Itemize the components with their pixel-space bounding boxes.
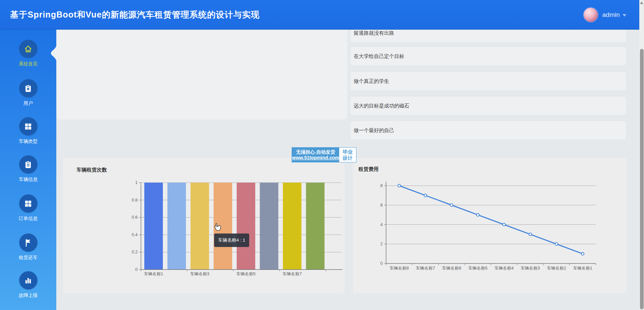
bar-chart-card: 车辆租赁次数 00.20.40.60.81车辆名称1车辆名称3车辆名称5车辆名称… <box>63 158 345 293</box>
svg-text:0: 0 <box>135 267 138 272</box>
content-panel <box>56 30 347 120</box>
watermark-link[interactable]: www.51topmind.com <box>292 155 339 161</box>
scrollbar-thumb[interactable] <box>640 49 644 309</box>
grid-icon <box>19 194 37 213</box>
watermark-text: 无须担心.自动发货 www.51topmind.com <box>292 148 339 162</box>
chevron-down-icon <box>622 14 626 17</box>
list-item[interactable]: 做一个最好的自己 <box>350 121 626 140</box>
list-item-text: 做一个最好的自己 <box>354 127 394 134</box>
list-item[interactable]: 做个真正的学生 <box>350 71 626 91</box>
line-chart-card: 租赁费用 02468车辆名称8车辆名称7车辆名称6车辆名称5车辆名称4车辆名称3… <box>353 158 626 293</box>
svg-text:车辆名称1: 车辆名称1 <box>573 266 592 271</box>
list-item-text: 远大的目标是成功的磁石 <box>354 103 409 109</box>
sidebar-item-vehicle-info[interactable]: 车辆信息 <box>0 155 56 183</box>
watermark-badge: 毕业 设计 <box>339 148 356 162</box>
svg-text:车辆名称5: 车辆名称5 <box>236 272 256 276</box>
bar-chart-canvas[interactable]: 00.20.40.60.81车辆名称1车辆名称3车辆名称5车辆名称7 <box>63 158 345 293</box>
svg-text:0.8: 0.8 <box>132 198 138 203</box>
avatar[interactable] <box>584 8 598 22</box>
svg-text:0: 0 <box>380 261 383 266</box>
svg-text:车辆名称5: 车辆名称5 <box>468 266 488 271</box>
clipboard-lines-icon <box>19 155 37 174</box>
sidebar-item-label: 订单信息 <box>19 216 38 222</box>
sidebar-item-label: 车辆信息 <box>19 177 38 183</box>
svg-text:车辆名称3: 车辆名称3 <box>190 272 209 276</box>
bar-chart-icon <box>19 271 37 289</box>
clipboard-x-icon <box>19 79 37 97</box>
sidebar-nav: 系统首页 用户 车辆类型 车辆信息 订单信息 租赁还车 故障上报 <box>0 30 56 310</box>
svg-text:0.2: 0.2 <box>132 250 138 254</box>
app-header: 基于SpringBoot和Vue的新能源汽车租赁管理系统的设计与实现 admin <box>0 0 644 30</box>
home-icon <box>19 40 37 58</box>
svg-text:车辆名称1: 车辆名称1 <box>144 272 163 276</box>
svg-text:0.6: 0.6 <box>132 215 138 220</box>
watermark-line1: 无须担心.自动发货 <box>296 149 335 155</box>
svg-text:2: 2 <box>380 242 383 246</box>
list-item-text: 留退路就没有出路 <box>354 30 394 36</box>
svg-text:4: 4 <box>380 222 383 227</box>
sidebar-item-label: 故障上报 <box>19 292 38 299</box>
list-item-text: 做个真正的学生 <box>354 78 389 85</box>
svg-text:6: 6 <box>380 203 383 208</box>
page-title: 基于SpringBoot和Vue的新能源汽车租赁管理系统的设计与实现 <box>10 9 260 20</box>
svg-text:车辆名称8: 车辆名称8 <box>389 266 409 271</box>
list-item-text: 在大学给自己定个目标 <box>354 53 404 60</box>
line-chart-canvas[interactable]: 02468车辆名称8车辆名称7车辆名称6车辆名称5车辆名称4车辆名称3车辆名称2… <box>353 158 626 293</box>
scroll-up-arrow[interactable] <box>640 2 643 4</box>
sidebar-item-fault-report[interactable]: 故障上报 <box>0 271 56 299</box>
sidebar-item-home[interactable]: 系统首页 <box>0 40 56 67</box>
sidebar-item-label: 租赁还车 <box>19 255 38 261</box>
svg-text:8: 8 <box>380 183 383 188</box>
list-item[interactable]: 在大学给自己定个目标 <box>350 46 626 66</box>
flag-icon <box>19 234 37 252</box>
svg-text:车辆名称7: 车辆名称7 <box>283 272 302 276</box>
bar-chart-title: 车辆租赁次数 <box>77 167 107 173</box>
svg-text:车辆名称7: 车辆名称7 <box>416 266 435 271</box>
hand-cursor <box>212 222 223 232</box>
svg-text:车辆名称2: 车辆名称2 <box>547 266 566 271</box>
sidebar-item-label: 系统首页 <box>19 61 38 67</box>
sidebar-item-rental-return[interactable]: 租赁还车 <box>0 234 56 261</box>
chart-tooltip: 车辆名称4 : 1 <box>214 234 249 247</box>
user-dropdown[interactable]: admin <box>584 0 626 30</box>
badge-line2: 设计 <box>343 155 353 161</box>
svg-text:车辆名称6: 车辆名称6 <box>442 266 461 271</box>
sidebar-item-vehicle-type[interactable]: 车辆类型 <box>0 117 56 145</box>
list-item[interactable]: 远大的目标是成功的磁石 <box>350 96 626 116</box>
svg-text:车辆名称3: 车辆名称3 <box>521 266 540 271</box>
sidebar-item-users[interactable]: 用户 <box>0 79 56 106</box>
badge-line1: 毕业 <box>343 149 353 155</box>
svg-text:1: 1 <box>135 180 138 185</box>
active-item-notch <box>49 44 57 63</box>
watermark-ad[interactable]: 无须担心.自动发货 www.51topmind.com 毕业 设计 <box>292 147 356 162</box>
username-label: admin <box>602 11 620 19</box>
sidebar-item-label: 用户 <box>24 100 33 106</box>
svg-text:车辆名称4: 车辆名称4 <box>494 266 514 271</box>
line-chart-title: 租赁费用 <box>358 166 379 173</box>
sidebar-item-label: 车辆类型 <box>19 138 38 145</box>
svg-text:0.4: 0.4 <box>132 232 138 237</box>
scrollbar-track[interactable] <box>639 0 644 310</box>
sidebar-item-order-info[interactable]: 订单信息 <box>0 194 56 222</box>
grid-icon <box>19 117 37 135</box>
